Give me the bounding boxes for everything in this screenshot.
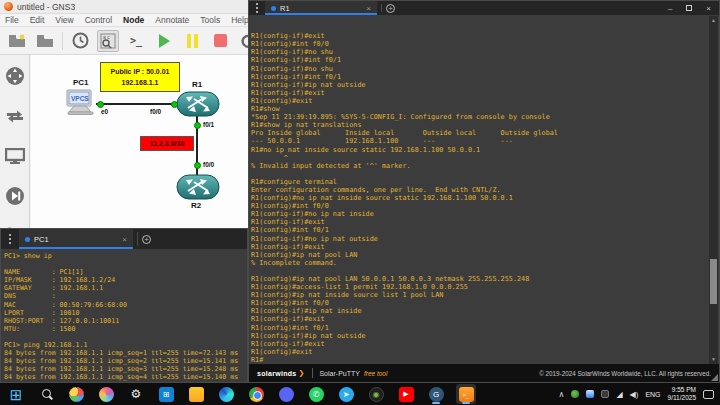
scroll-up-icon[interactable]: ▲	[709, 16, 718, 25]
menu-item[interactable]: Annotate	[155, 15, 189, 25]
network-wifi-icon[interactable]: ◢	[616, 390, 622, 399]
new-project-icon[interactable]	[6, 30, 28, 52]
start-all-icon[interactable]	[153, 30, 175, 52]
menu-item[interactable]: File	[5, 15, 19, 25]
menu-item[interactable]: Control	[85, 15, 112, 25]
footer-separator	[312, 368, 313, 378]
show-interface-labels-icon[interactable]: a c	[97, 30, 119, 52]
telegram-icon[interactable]: ➤	[336, 384, 356, 404]
display-tray-icon[interactable]	[586, 390, 594, 398]
pc1-tabbar: PC1 × +	[1, 229, 247, 249]
search-icon[interactable]	[36, 384, 56, 404]
language-indicator[interactable]: ENG	[645, 391, 660, 398]
settings-icon[interactable]: ⚙	[126, 384, 146, 404]
solar-putty-taskbar-icon[interactable]: >_	[456, 384, 476, 404]
whatsapp-icon: ✆	[309, 387, 324, 402]
menu-item[interactable]: View	[55, 15, 73, 25]
terminal-line: R1(config)#no ip nat inside source stati…	[251, 194, 709, 202]
minimize-icon[interactable]: –	[668, 4, 672, 13]
recorder-app-icon[interactable]: ◉	[366, 384, 386, 404]
play-icon	[159, 34, 170, 48]
maximize-icon[interactable]	[686, 5, 692, 11]
terminal-line: R1(config-if)#no shu	[251, 65, 709, 73]
copilot-icon[interactable]	[96, 384, 116, 404]
terminal-scrollbar[interactable]: ▲ ▼	[709, 16, 718, 364]
port-label-r1-f01: f0/1	[203, 121, 214, 128]
note-subnet[interactable]: 11.2.3.0/30	[140, 136, 194, 151]
chrome-icon	[249, 387, 264, 402]
note-public-ip[interactable]: Public IP : 50.0.01 192.168.1.1	[100, 62, 180, 92]
stop-all-icon[interactable]	[209, 30, 231, 52]
security-tray-icon[interactable]	[571, 390, 579, 398]
menu-ellipsis-icon[interactable]	[1, 229, 19, 249]
snapshot-clock-icon[interactable]	[69, 30, 91, 52]
terminal-line: R1(config-if)#no ip nat inside	[251, 210, 709, 218]
close-tab-icon[interactable]: ×	[366, 4, 371, 13]
files-app-icon[interactable]	[186, 384, 206, 404]
notification-center-icon[interactable]	[703, 390, 714, 399]
close-tab-icon[interactable]: ×	[122, 235, 127, 244]
switches-icon[interactable]	[4, 105, 26, 127]
photos-icon[interactable]	[66, 384, 86, 404]
clock[interactable]: 9:55 PM 9/11/2025	[668, 386, 696, 402]
tab-separator	[381, 4, 382, 12]
pc1-label: PC1	[73, 78, 89, 87]
start-button[interactable]: ⊞	[6, 384, 26, 404]
tab-label: PC1	[34, 235, 118, 244]
tab-separator	[137, 232, 138, 246]
menu-item[interactable]: Tools	[200, 15, 220, 25]
tab-label: R1	[280, 4, 362, 13]
resize-grip[interactable]	[711, 374, 718, 381]
terminal-line: % Invalid input detected at '^' marker.	[251, 162, 709, 170]
edge-icon[interactable]	[216, 384, 236, 404]
add-tab-button[interactable]: +	[386, 1, 395, 15]
terminal-line: NAME : PC1[1]	[4, 268, 246, 276]
open-project-icon[interactable]	[34, 30, 56, 52]
console-all-icon[interactable]: >_	[125, 30, 147, 52]
whatsapp-icon[interactable]: ✆	[306, 384, 326, 404]
end-devices-icon[interactable]	[4, 145, 26, 167]
terminal-line: R1(config-if)#exit	[251, 243, 709, 251]
menu-item[interactable]: Edit	[30, 15, 45, 25]
taskbar-icons: ⊞⚙⊞✆➤◉▶G>_	[6, 384, 476, 404]
solarwinds-logo: solarwinds	[257, 370, 297, 377]
terminal-line	[4, 260, 246, 268]
r2-node[interactable]	[176, 174, 220, 200]
terminal-line: PC1> show ip	[4, 252, 246, 260]
terminal-line: R1(config-if)#exit	[251, 315, 709, 323]
tray-chevron-up-icon[interactable]: ∧	[559, 390, 565, 399]
r1-node[interactable]	[176, 91, 220, 117]
close-icon[interactable]: ×	[706, 4, 711, 13]
add-tab-button[interactable]: +	[142, 229, 151, 249]
link-pc1-r1[interactable]	[96, 103, 180, 105]
plus-icon: +	[142, 235, 151, 244]
gns3-taskbar-icon[interactable]: G	[426, 384, 446, 404]
desktop: untitled - GNS3 FileEditViewControlNodeA…	[0, 0, 720, 405]
menu-item[interactable]: Node	[123, 15, 144, 25]
note-line: Public IP : 50.0.01	[101, 68, 179, 75]
discord-icon[interactable]	[276, 384, 296, 404]
terminal-line: R1(config)#int f0/0	[251, 299, 709, 307]
tab-pc1[interactable]: PC1 ×	[19, 229, 133, 249]
pc1-terminal-output[interactable]: PC1> show ip NAME : PC1[1]IP/MASK : 192.…	[4, 252, 246, 382]
suspend-all-icon[interactable]	[181, 30, 203, 52]
appliances-icon[interactable]	[4, 185, 26, 207]
microsoft-store-icon[interactable]: ⊞	[156, 384, 176, 404]
terminal-line: R1#show ip nat translations	[251, 121, 709, 129]
scrollbar-thumb[interactable]	[710, 259, 717, 304]
youtube-icon[interactable]: ▶	[396, 384, 416, 404]
pen-tray-icon[interactable]	[601, 390, 609, 398]
terminal-line: Pro Inside global Inside local Outside l…	[251, 129, 709, 137]
port-status-dot	[194, 122, 201, 129]
pc1-terminal-window: PC1 × + PC1> show ip NAME : PC1[1]IP/MAS…	[0, 228, 248, 383]
volume-icon[interactable]: ◀)	[630, 390, 639, 399]
r1-terminal-output[interactable]: R1(config-if)#exitR1(config)#int f0/0R1(…	[251, 16, 709, 364]
menu-item[interactable]: Help	[231, 15, 248, 25]
terminal-line: MAC : 00:50:79:66:68:00	[4, 301, 246, 309]
pc1-node[interactable]: VPCS	[64, 89, 96, 117]
scroll-down-icon[interactable]: ▼	[709, 355, 718, 364]
menu-ellipsis-icon[interactable]	[249, 1, 265, 15]
routers-icon[interactable]	[4, 65, 26, 87]
tab-r1[interactable]: R1 ×	[265, 1, 377, 15]
chrome-icon[interactable]	[246, 384, 266, 404]
